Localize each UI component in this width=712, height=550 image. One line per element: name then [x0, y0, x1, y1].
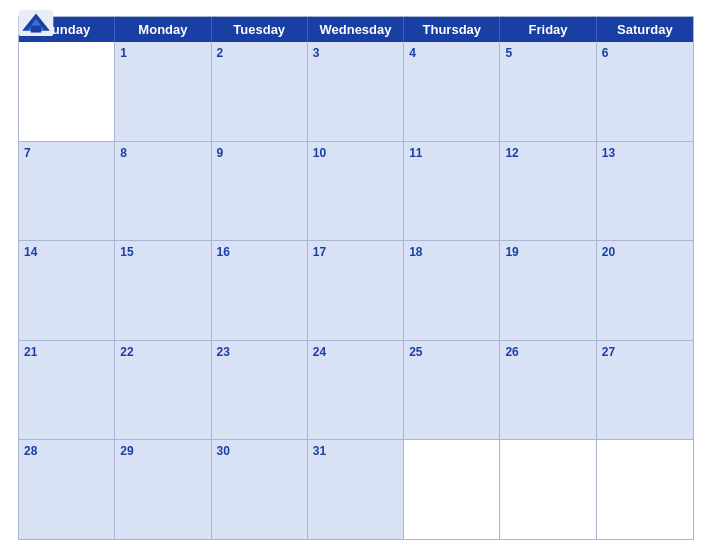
calendar-cell — [500, 440, 596, 539]
day-number: 8 — [120, 145, 205, 162]
calendar-cell: 5 — [500, 42, 596, 141]
calendar-cell: 30 — [212, 440, 308, 539]
calendar-cell: 15 — [115, 241, 211, 340]
day-number: 1 — [120, 45, 205, 62]
day-number: 29 — [120, 443, 205, 460]
day-number: 6 — [602, 45, 688, 62]
day-number: 5 — [505, 45, 590, 62]
day-number: 18 — [409, 244, 494, 261]
calendar-week-1: 123456 — [19, 42, 693, 141]
day-number: 21 — [24, 344, 109, 361]
day-number: 15 — [120, 244, 205, 261]
calendar-cell: 16 — [212, 241, 308, 340]
day-number: 12 — [505, 145, 590, 162]
day-number: 17 — [313, 244, 398, 261]
day-number: 22 — [120, 344, 205, 361]
day-number: 31 — [313, 443, 398, 460]
svg-rect-3 — [31, 26, 41, 33]
day-number: 4 — [409, 45, 494, 62]
day-number: 14 — [24, 244, 109, 261]
calendar-cell: 25 — [404, 341, 500, 440]
calendar-week-5: 28293031 — [19, 439, 693, 539]
day-number: 27 — [602, 344, 688, 361]
calendar-cell: 18 — [404, 241, 500, 340]
calendar-cell: 27 — [597, 341, 693, 440]
calendar-cell — [19, 42, 115, 141]
day-number: 20 — [602, 244, 688, 261]
day-number: 23 — [217, 344, 302, 361]
day-number: 24 — [313, 344, 398, 361]
day-number: 25 — [409, 344, 494, 361]
day-header-tuesday: Tuesday — [212, 17, 308, 42]
calendar-cell: 3 — [308, 42, 404, 141]
day-number: 3 — [313, 45, 398, 62]
calendar-cell: 13 — [597, 142, 693, 241]
day-number: 16 — [217, 244, 302, 261]
calendar-week-3: 14151617181920 — [19, 240, 693, 340]
calendar-week-2: 78910111213 — [19, 141, 693, 241]
calendar-cell: 1 — [115, 42, 211, 141]
logo — [18, 10, 54, 36]
day-number: 10 — [313, 145, 398, 162]
calendar-cell: 4 — [404, 42, 500, 141]
calendar-cell — [404, 440, 500, 539]
day-number: 7 — [24, 145, 109, 162]
calendar-cell: 2 — [212, 42, 308, 141]
calendar-cell: 28 — [19, 440, 115, 539]
calendar-cell: 10 — [308, 142, 404, 241]
day-number: 2 — [217, 45, 302, 62]
calendar-grid: SundayMondayTuesdayWednesdayThursdayFrid… — [18, 16, 694, 540]
calendar-cell: 20 — [597, 241, 693, 340]
calendar-cell: 31 — [308, 440, 404, 539]
day-header-friday: Friday — [500, 17, 596, 42]
calendar-cell: 14 — [19, 241, 115, 340]
calendar-cell: 21 — [19, 341, 115, 440]
day-number: 26 — [505, 344, 590, 361]
day-header-thursday: Thursday — [404, 17, 500, 42]
day-header-wednesday: Wednesday — [308, 17, 404, 42]
calendar-cell: 17 — [308, 241, 404, 340]
calendar-body: 1234567891011121314151617181920212223242… — [19, 42, 693, 539]
calendar-cell: 29 — [115, 440, 211, 539]
day-number: 9 — [217, 145, 302, 162]
calendar-cell: 11 — [404, 142, 500, 241]
calendar-cell: 9 — [212, 142, 308, 241]
calendar-cell: 12 — [500, 142, 596, 241]
calendar-cell: 26 — [500, 341, 596, 440]
calendar-header-row: SundayMondayTuesdayWednesdayThursdayFrid… — [19, 17, 693, 42]
calendar-cell: 8 — [115, 142, 211, 241]
day-number: 28 — [24, 443, 109, 460]
calendar-cell: 7 — [19, 142, 115, 241]
day-number: 13 — [602, 145, 688, 162]
calendar-week-4: 21222324252627 — [19, 340, 693, 440]
day-number: 11 — [409, 145, 494, 162]
calendar-cell: 6 — [597, 42, 693, 141]
calendar-page: SundayMondayTuesdayWednesdayThursdayFrid… — [0, 0, 712, 550]
calendar-cell — [597, 440, 693, 539]
day-header-monday: Monday — [115, 17, 211, 42]
calendar-cell: 23 — [212, 341, 308, 440]
day-number: 19 — [505, 244, 590, 261]
calendar-cell: 24 — [308, 341, 404, 440]
calendar-cell: 19 — [500, 241, 596, 340]
calendar-cell: 22 — [115, 341, 211, 440]
day-header-saturday: Saturday — [597, 17, 693, 42]
logo-icon — [18, 10, 54, 36]
day-number: 30 — [217, 443, 302, 460]
